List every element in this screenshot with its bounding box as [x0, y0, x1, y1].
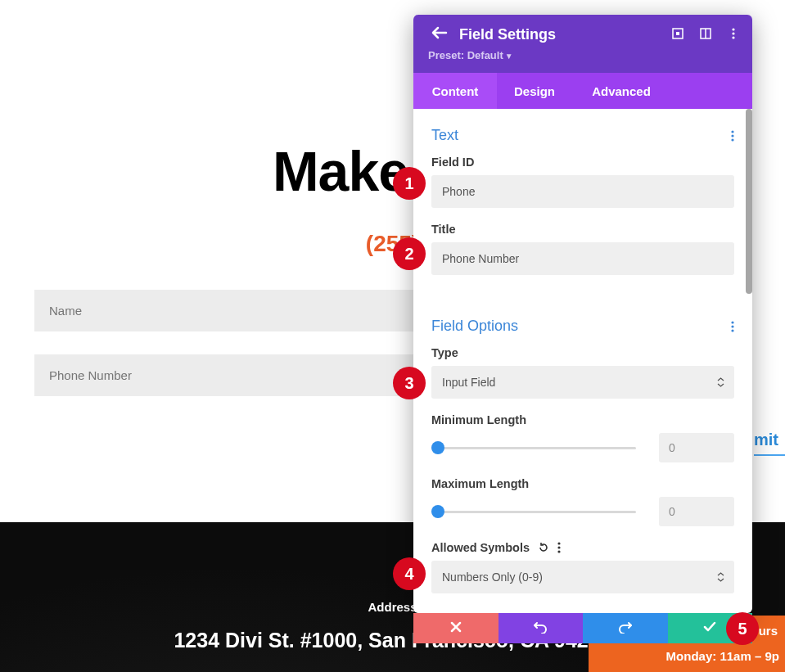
slider-thumb[interactable] [431, 505, 444, 518]
min-length-slider[interactable] [431, 447, 636, 449]
reset-icon[interactable] [538, 542, 549, 553]
tab-design[interactable]: Design [497, 73, 572, 109]
type-label: Type [431, 346, 734, 359]
allowed-symbols-label: Allowed Symbols [431, 541, 530, 554]
svg-point-6 [732, 36, 734, 38]
preset-label: Preset: Default [428, 49, 503, 61]
redo-icon [618, 620, 633, 637]
svg-point-11 [731, 325, 733, 327]
hours-value: Monday: 11am – 9p [589, 649, 779, 663]
max-length-label: Maximum Length [431, 477, 734, 490]
svg-point-9 [731, 138, 733, 141]
chevron-down-icon: ▼ [505, 52, 513, 61]
tab-advanced[interactable]: Advanced [572, 73, 670, 109]
more-icon[interactable] [726, 26, 741, 41]
annotation-badge-3: 3 [393, 367, 426, 399]
allowed-symbols-select[interactable]: Numbers Only (0-9) [431, 561, 734, 593]
submit-button[interactable]: mit [754, 422, 785, 456]
title-label: Title [431, 223, 734, 236]
svg-point-5 [732, 32, 734, 34]
svg-point-8 [731, 134, 733, 137]
title-input[interactable] [431, 242, 734, 275]
allowed-more-icon[interactable] [557, 542, 561, 553]
annotation-badge-4: 4 [393, 557, 426, 590]
panel-header: Field Settings Preset: Default▼ [413, 15, 752, 73]
field-id-label: Field ID [431, 156, 734, 169]
section-options-more-icon[interactable] [731, 321, 734, 332]
svg-point-13 [557, 542, 560, 544]
undo-button[interactable] [499, 613, 584, 643]
svg-point-12 [731, 329, 733, 331]
expand-icon[interactable] [670, 26, 685, 41]
tab-content[interactable]: Content [413, 73, 497, 109]
svg-point-7 [731, 130, 733, 133]
preset-dropdown[interactable]: Preset: Default▼ [428, 49, 738, 61]
svg-point-10 [731, 321, 733, 323]
back-icon[interactable] [431, 26, 448, 39]
type-value: Input Field [431, 366, 734, 399]
allowed-symbols-value: Numbers Only (0-9) [431, 561, 734, 593]
annotation-badge-1: 1 [393, 167, 426, 200]
panel-footer [413, 613, 752, 643]
snap-icon[interactable] [698, 26, 713, 41]
annotation-badge-5: 5 [726, 612, 759, 645]
max-length-value[interactable] [659, 497, 734, 526]
tabs: Content Design Advanced [413, 73, 752, 109]
undo-icon [533, 620, 548, 637]
select-caret-icon [717, 377, 724, 387]
field-id-input[interactable] [431, 175, 734, 208]
svg-point-15 [557, 550, 560, 552]
panel-body: Text Field ID Title Field Options [413, 109, 752, 613]
svg-rect-1 [676, 32, 679, 35]
min-length-label: Minimum Length [431, 413, 734, 426]
svg-point-14 [557, 546, 560, 548]
svg-point-4 [732, 28, 734, 30]
cancel-button[interactable] [413, 613, 499, 643]
slider-thumb[interactable] [431, 441, 444, 454]
section-text-more-icon[interactable] [731, 130, 734, 142]
check-icon [703, 621, 716, 636]
annotation-badge-2: 2 [393, 237, 426, 270]
type-select[interactable]: Input Field [431, 366, 734, 399]
max-length-slider[interactable] [431, 511, 636, 513]
field-settings-panel: Field Settings Preset: Default▼ Content … [413, 15, 752, 613]
redo-button[interactable] [583, 613, 668, 643]
select-caret-icon [717, 572, 724, 582]
section-text-title[interactable]: Text [431, 127, 458, 144]
section-options-title[interactable]: Field Options [431, 318, 518, 335]
close-icon [450, 621, 462, 636]
min-length-value[interactable] [659, 433, 734, 462]
